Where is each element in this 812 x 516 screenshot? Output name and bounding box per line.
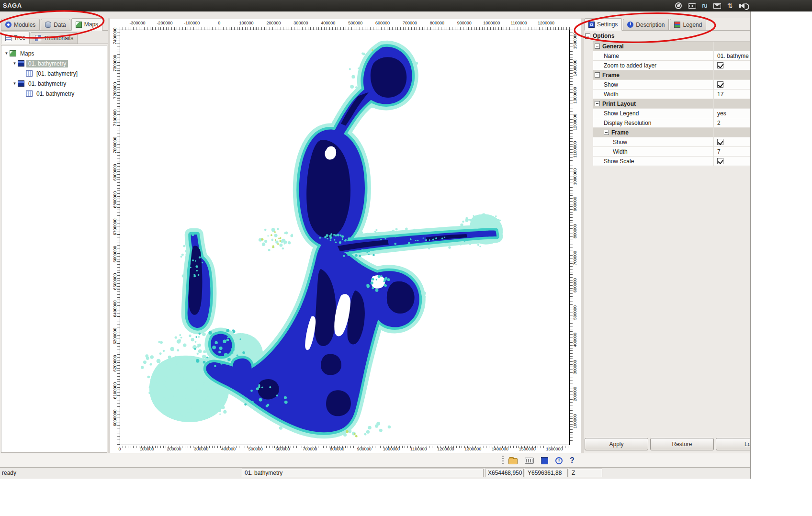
tree-row[interactable]: Maps	[1, 48, 107, 58]
ruler-label: 7300000	[113, 55, 117, 71]
property-label-text: Width	[613, 148, 628, 155]
property-value[interactable]	[714, 80, 751, 89]
expander-icon[interactable]	[3, 51, 10, 56]
property-group-row[interactable]: Frame	[593, 70, 751, 80]
property-row[interactable]: Name01. bathyme	[593, 51, 751, 61]
property-row[interactable]: Show Scale	[593, 157, 751, 166]
tab-maps[interactable]: Maps	[71, 18, 102, 31]
ruler-label: 900000	[573, 197, 577, 211]
collapse-icon[interactable]	[585, 34, 590, 39]
collapse-icon[interactable]	[595, 44, 600, 49]
ruler-label: 6800000	[113, 191, 117, 208]
map-display-icon[interactable]	[541, 457, 548, 464]
collapse-icon[interactable]	[604, 130, 609, 135]
settings-icon	[588, 22, 595, 28]
property-label: Show Legend	[593, 109, 714, 118]
tree-row[interactable]: 01. bathymetry	[1, 79, 107, 89]
checkbox[interactable]	[717, 81, 723, 88]
keyboard-icon[interactable]	[525, 458, 534, 464]
options-root-row[interactable]: Options	[585, 31, 614, 41]
left-tab-strip: ModulesDataMaps	[1, 18, 108, 31]
property-row[interactable]: Width7	[593, 147, 751, 157]
property-group-row[interactable]: Print Layout	[593, 99, 751, 109]
property-row[interactable]: Display Resolution2	[593, 118, 751, 128]
volume-icon[interactable]	[739, 2, 749, 10]
collapse-icon[interactable]	[595, 101, 600, 106]
property-label-text: Width	[604, 91, 619, 98]
property-label: Zoom to added layer	[593, 61, 714, 70]
tree-row[interactable]: [01. bathymetry]	[1, 68, 107, 79]
property-value[interactable]: 7	[714, 147, 751, 156]
expander-icon[interactable]	[11, 61, 18, 66]
tab-data[interactable]: Data	[41, 19, 70, 30]
property-label-text: Zoom to added layer	[604, 62, 656, 69]
keyboard-layout-label[interactable]: ru	[702, 2, 708, 9]
property-value[interactable]: 2	[714, 118, 751, 127]
indicator-icon[interactable]	[675, 2, 682, 9]
mail-icon[interactable]	[713, 3, 721, 9]
tree-item-label[interactable]: 01. bathymetry	[34, 90, 76, 98]
collapse-icon[interactable]	[595, 72, 600, 78]
tab-description[interactable]: Description	[623, 19, 669, 30]
coordinate-y: Y6596361,88	[525, 469, 568, 477]
ruler-label: 1400000	[492, 447, 508, 451]
tab-settings[interactable]: Settings	[584, 18, 622, 31]
tab-label: Settings	[597, 21, 618, 28]
tree-item-label[interactable]: 01. bathymetry	[26, 80, 68, 88]
property-label-text: Display Resolution	[604, 120, 651, 126]
ruler-label: 400000	[573, 333, 577, 347]
property-value-text: 2	[717, 120, 721, 126]
property-value[interactable]	[714, 157, 751, 166]
property-value[interactable]	[714, 61, 751, 70]
open-folder-icon[interactable]	[508, 458, 518, 464]
property-value[interactable]: 01. bathyme	[714, 51, 751, 60]
tab-thumbnails[interactable]: Thumbnails	[31, 32, 78, 44]
property-row[interactable]: Show	[593, 137, 751, 147]
legend-icon	[674, 22, 680, 28]
help-icon[interactable]	[570, 456, 575, 465]
grid-icon	[26, 90, 33, 97]
apply-button[interactable]: Apply	[585, 438, 648, 450]
property-group-row[interactable]: Frame	[593, 128, 751, 137]
tab-modules[interactable]: Modules	[1, 19, 40, 30]
property-group-row[interactable]: General	[593, 42, 751, 51]
checkbox[interactable]	[717, 62, 723, 68]
property-row[interactable]: Zoom to added layer	[593, 61, 751, 70]
ruler-label: 900000	[357, 447, 372, 451]
toolbar-grip[interactable]	[502, 456, 504, 465]
property-row[interactable]: Width17	[593, 90, 751, 99]
property-value[interactable]	[714, 137, 751, 146]
property-value[interactable]: yes	[714, 109, 751, 118]
bathymetry-map[interactable]	[120, 30, 569, 445]
ruler-label: 800000	[573, 224, 577, 238]
expander-icon[interactable]	[11, 81, 18, 86]
tree-item-label[interactable]: Maps	[18, 50, 36, 57]
restore-button[interactable]: Restore	[650, 438, 714, 450]
tree-item-label[interactable]: [01. bathymetry]	[34, 70, 79, 78]
property-row[interactable]: Show Legendyes	[593, 109, 751, 118]
loa-button[interactable]: Loa	[716, 438, 751, 450]
checkbox[interactable]	[717, 158, 723, 164]
settings-panel: SettingsDescriptionLegend Options Genera…	[584, 18, 751, 453]
property-label: Show	[593, 80, 714, 89]
ruler-label: 100000	[140, 447, 154, 451]
ruler-label: 7000000	[113, 136, 117, 153]
panel-splitter-right[interactable]	[581, 18, 584, 453]
keyboard-icon[interactable]	[688, 3, 696, 9]
tree-item-label[interactable]: 01. bathymetry	[26, 60, 68, 67]
tab-legend[interactable]: Legend	[670, 19, 706, 30]
tree-row[interactable]: 01. bathymetry	[1, 89, 107, 99]
tree-row[interactable]: 01. bathymetry	[1, 58, 107, 68]
sync-arrows-icon[interactable]	[727, 2, 733, 10]
view-tab-strip: TreeThumbnails	[1, 32, 108, 44]
map-frame	[120, 30, 570, 445]
ruler-label: 7200000	[113, 82, 117, 99]
tab-tree[interactable]: Tree	[1, 32, 30, 44]
checkbox[interactable]	[717, 139, 723, 145]
ruler-label: 6700000	[113, 218, 117, 235]
property-row[interactable]: Show	[593, 80, 751, 90]
property-label-text: Print Layout	[602, 101, 636, 107]
info-icon[interactable]	[555, 457, 563, 464]
property-value[interactable]: 17	[714, 90, 751, 99]
property-grid: GeneralName01. bathymeZoom to added laye…	[593, 41, 751, 166]
